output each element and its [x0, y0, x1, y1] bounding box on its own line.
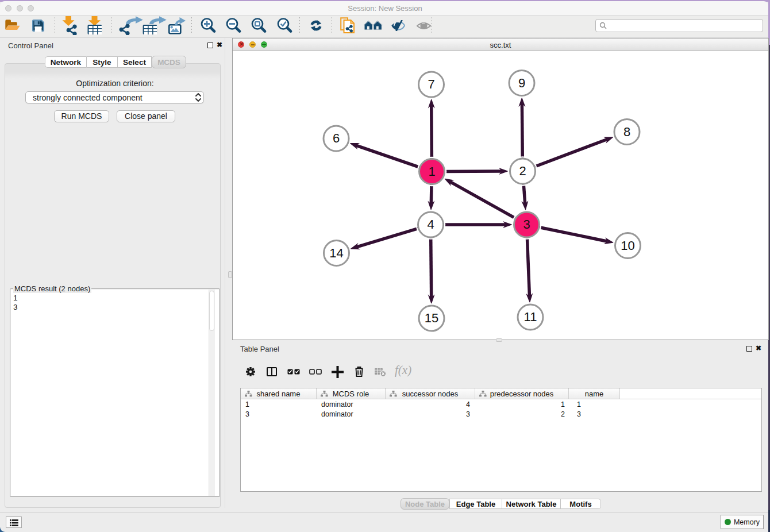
svg-text:10: 10	[621, 238, 634, 253]
svg-text:6: 6	[333, 131, 340, 145]
svg-text:4: 4	[427, 217, 434, 232]
svg-text:9: 9	[518, 76, 525, 90]
svg-text:3: 3	[523, 217, 530, 232]
svg-text:7: 7	[428, 77, 434, 91]
svg-text:11: 11	[524, 310, 537, 324]
svg-text:14: 14	[329, 246, 343, 260]
svg-text:2: 2	[519, 164, 526, 178]
svg-text:1: 1	[428, 164, 435, 179]
svg-text:8: 8	[623, 125, 630, 139]
svg-text:15: 15	[425, 311, 438, 325]
